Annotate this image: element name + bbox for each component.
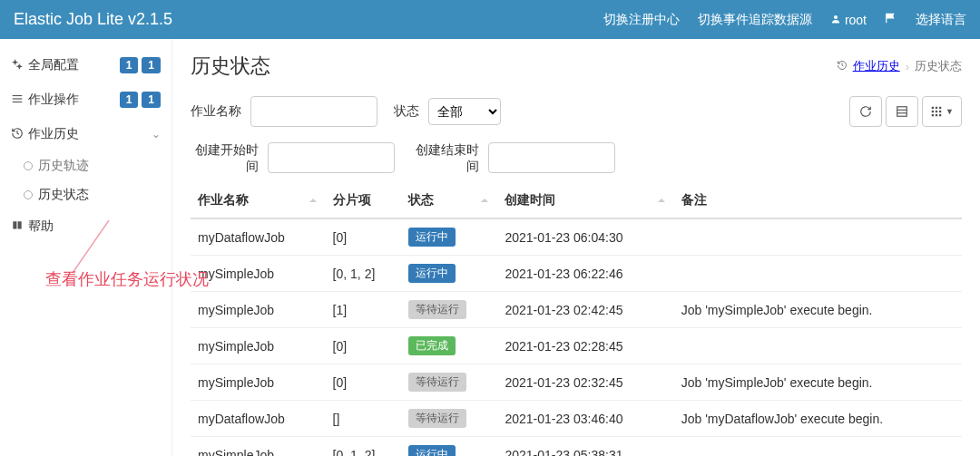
svg-rect-15 <box>939 111 941 112</box>
filter-label-jobname: 作业名称 <box>191 103 241 120</box>
cell-status: 运行中 <box>401 437 497 456</box>
status-badge: 运行中 <box>408 264 456 283</box>
table-row: mySimpleJob[1]等待运行2021-01-23 02:42:45Job… <box>191 292 962 328</box>
nav-user-label: root <box>845 13 867 27</box>
table-row: mySimpleJob[0]已完成2021-01-23 02:28:45 <box>191 328 962 364</box>
svg-point-2 <box>18 64 21 68</box>
col-status[interactable]: 状态 <box>401 183 497 218</box>
cell-createtime: 2021-01-23 02:28:45 <box>497 328 673 364</box>
sidebar-item-help[interactable]: 帮助 <box>0 209 172 244</box>
cell-sharding: [0, 1, 2] <box>326 256 401 292</box>
nav-switch-registry[interactable]: 切换注册中心 <box>603 12 680 28</box>
svg-rect-13 <box>932 111 934 112</box>
filter-label-status: 状态 <box>394 103 419 120</box>
svg-rect-3 <box>13 94 23 95</box>
list-view-icon <box>896 105 908 118</box>
cell-remark <box>674 218 962 256</box>
columns-button[interactable]: ▼ <box>922 96 962 127</box>
status-select[interactable]: 全部 <box>428 98 501 125</box>
badge: 1 <box>142 57 161 73</box>
sidebar-item-label: 全局配置 <box>28 57 79 73</box>
badge: 1 <box>142 92 161 108</box>
page-title: 历史状态 <box>191 53 270 80</box>
refresh-button[interactable] <box>849 96 882 127</box>
table-row: myDataflowJob[]等待运行2021-01-23 03:46:40Jo… <box>191 401 962 437</box>
toggle-view-button[interactable] <box>886 96 918 127</box>
sidebar-item-global-config[interactable]: 全局配置 1 1 <box>0 48 172 82</box>
cell-sharding: [1] <box>326 292 401 328</box>
gears-icon <box>11 58 24 73</box>
status-badge: 等待运行 <box>408 300 466 319</box>
cell-jobname: myDataflowJob <box>191 401 326 437</box>
table-row: mySimpleJob[0]等待运行2021-01-23 02:32:45Job… <box>191 364 962 401</box>
col-jobname[interactable]: 作业名称 <box>191 183 326 218</box>
col-createtime[interactable]: 创建时间 <box>497 183 673 218</box>
col-sharding[interactable]: 分片项 <box>326 183 401 218</box>
cell-sharding: [0, 1, 2] <box>326 437 401 456</box>
sidebar-item-history-trace[interactable]: 历史轨迹 <box>13 151 172 180</box>
cell-status: 等待运行 <box>401 401 497 437</box>
svg-rect-16 <box>932 114 934 116</box>
status-badge: 等待运行 <box>408 373 466 392</box>
chevron-down-icon: ⌄ <box>152 128 161 141</box>
cell-jobname: mySimpleJob <box>191 292 326 328</box>
cell-createtime: 2021-01-23 06:22:46 <box>497 256 673 292</box>
cell-status: 已完成 <box>401 328 497 364</box>
circle-icon <box>24 190 33 199</box>
cell-jobname: mySimpleJob <box>191 256 326 292</box>
breadcrumb-link-history[interactable]: 作业历史 <box>853 58 900 74</box>
breadcrumb-sep: › <box>906 60 909 73</box>
history-icon <box>837 60 848 73</box>
refresh-icon <box>859 105 872 118</box>
cell-jobname: mySimpleJob <box>191 364 326 401</box>
annotation-text: 查看作业任务运行状况 <box>45 268 209 290</box>
breadcrumb-current: 历史状态 <box>915 58 962 74</box>
nav-switch-trace[interactable]: 切换事件追踪数据源 <box>698 12 812 28</box>
cell-createtime: 2021-01-23 06:04:30 <box>497 218 673 256</box>
sidebar-item-label: 作业操作 <box>28 92 79 108</box>
cell-remark: Job 'mySimpleJob' execute begin. <box>674 292 962 328</box>
cell-jobname: myDataflowJob <box>191 218 326 256</box>
sidebar-item-job-ops[interactable]: 作业操作 1 1 <box>0 82 172 117</box>
filter-label-endtime: 创建结束时间 <box>411 141 479 174</box>
svg-rect-10 <box>932 107 934 109</box>
breadcrumb: 作业历史 › 历史状态 <box>837 58 962 74</box>
cell-sharding: [0] <box>326 364 401 401</box>
nav-flag[interactable] <box>885 12 897 27</box>
book-icon <box>11 219 24 235</box>
cell-jobname: mySimpleJob <box>191 437 326 456</box>
col-remark[interactable]: 备注 <box>674 183 962 218</box>
main-content: 历史状态 作业历史 › 历史状态 作业名称 状态 全部 <box>172 39 980 456</box>
cell-sharding: [] <box>326 401 401 437</box>
svg-point-1 <box>14 60 16 63</box>
cell-remark <box>674 256 962 292</box>
cell-createtime: 2021-01-23 05:38:31 <box>497 437 673 456</box>
cell-sharding: [0] <box>326 328 401 364</box>
svg-rect-14 <box>936 111 937 112</box>
job-name-input[interactable] <box>250 96 377 127</box>
end-time-input[interactable] <box>488 142 615 173</box>
nav-user[interactable]: root <box>830 13 867 27</box>
user-icon <box>830 13 841 27</box>
start-time-input[interactable] <box>268 142 395 173</box>
cell-createtime: 2021-01-23 02:32:45 <box>497 364 673 401</box>
sidebar-item-label: 作业历史 <box>28 126 79 142</box>
badge: 1 <box>120 92 139 108</box>
cell-status: 等待运行 <box>401 364 497 401</box>
nav-language[interactable]: 选择语言 <box>916 12 966 28</box>
caret-down-icon: ▼ <box>946 107 954 116</box>
sidebar-item-history-status[interactable]: 历史状态 <box>13 180 172 209</box>
status-badge: 已完成 <box>408 336 456 355</box>
cell-sharding: [0] <box>326 218 401 256</box>
svg-rect-12 <box>939 107 941 109</box>
status-badge: 运行中 <box>408 445 456 456</box>
sidebar-item-job-history[interactable]: 作业历史 ⌄ <box>0 117 172 151</box>
history-status-table: 作业名称 分片项 状态 创建时间 备注 myDataflowJob[0]运行中2… <box>191 183 962 456</box>
history-icon <box>11 127 24 142</box>
status-badge: 运行中 <box>408 228 456 247</box>
sidebar-item-label: 历史轨迹 <box>38 158 89 174</box>
svg-rect-4 <box>13 98 23 99</box>
cell-remark: Job 'myDataflowJob' execute begin. <box>674 401 962 437</box>
circle-icon <box>24 161 33 170</box>
cell-status: 等待运行 <box>401 292 497 328</box>
